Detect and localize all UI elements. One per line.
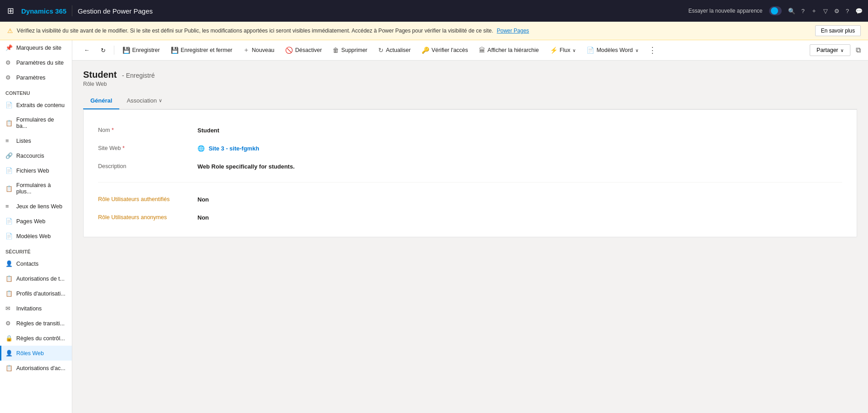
sidebar-item-extraits[interactable]: 📄 Extraits de contenu [0,98,72,113]
sidebar: 📌 Marqueurs de site ⚙ Paramètres du site… [0,40,72,413]
form-icon: 📋 [5,120,13,127]
sidebar-item-modeles[interactable]: 📄 Modèles Web [0,229,72,244]
sidebar-item-jeux-liens[interactable]: ≡ Jeux de liens Web [0,199,72,214]
save-button[interactable]: 💾 Enregistrer [118,44,164,56]
try-new-label: Essayer la nouvelle apparence [688,8,762,14]
refresh-icon: ↻ [101,47,106,54]
appearance-toggle[interactable] [769,6,782,15]
modeles-word-button[interactable]: 📄 Modèles Word ∨ [582,44,643,56]
field-nom: Nom Student [98,121,842,139]
sidebar-item-label: Autorisations de t... [16,276,65,282]
sidebar-item-formulaires-plus[interactable]: 📋 Formulaires à plus... [0,178,72,199]
flux-button[interactable]: ⚡ Flux ∨ [545,44,581,56]
sidebar-item-label: Marqueurs de site [16,45,61,51]
sidebar-item-label: Règles de transiti... [16,320,65,327]
record-title-line: Student - Enregistré [83,70,857,80]
learn-more-button[interactable]: En savoir plus [815,25,861,36]
sidebar-item-formulaires-ba[interactable]: 📋 Formulaires de ba... [0,113,72,133]
app-title: Gestion de Power Pages [78,7,153,15]
form-divider [98,182,842,183]
sidebar-item-roles-web[interactable]: 👤 Rôles Web [0,346,72,361]
verifier-acces-button[interactable]: 🔑 Vérifier l'accès [417,44,473,56]
actualiser-label: Actualiser [386,47,411,53]
lock-icon: 🔒 [5,335,13,342]
sidebar-item-label: Fichiers Web [16,168,49,174]
share-button[interactable]: Partager ∨ [810,44,850,56]
tab-association[interactable]: Association ∨ [119,93,169,109]
role-icon: 👤 [5,350,13,357]
save-icon: 💾 [122,47,130,54]
sidebar-item-autorisations-ac[interactable]: 📋 Autorisations d'ac... [0,361,72,375]
hierarchy-button[interactable]: 🏛 Afficher la hiérarchie [474,44,544,56]
save-close-button[interactable]: 💾 Enregistrer et fermer [166,44,237,56]
help-icon[interactable]: ? [802,8,805,14]
sidebar-item-label: Rôles Web [16,350,44,357]
sidebar-item-profils[interactable]: 📋 Profils d'autorisati... [0,286,72,301]
modeles-word-label: Modèles Word [596,47,633,53]
tab-general[interactable]: Général [83,93,119,109]
link-icon: 🔗 [5,152,13,159]
sidebar-item-fichiers[interactable]: 📄 Fichiers Web [0,163,72,178]
delete-button[interactable]: 🗑 Supprimer [328,44,372,56]
sidebar-item-regles-transiti[interactable]: ⚙ Règles de transiti... [0,316,72,331]
record-name: Student [83,70,117,80]
field-description: Description Web Role specifically for st… [98,157,842,175]
sidebar-item-pages[interactable]: 📄 Pages Web [0,214,72,229]
file-icon: 📄 [5,167,13,174]
sidebar-item-marqueurs[interactable]: 📌 Marqueurs de site [0,40,72,55]
sidebar-item-autorisations-t[interactable]: 📋 Autorisations de t... [0,271,72,286]
sidebar-item-invitations[interactable]: ✉ Invitations [0,301,72,316]
verifier-acces-label: Vérifier l'accès [432,47,468,53]
template-icon: 📄 [5,233,13,239]
deactivate-button[interactable]: 🚫 Désactiver [281,44,326,56]
flux-label: Flux [560,47,571,53]
record-area: Student - Enregistré Rôle Web Général As… [72,61,868,246]
sidebar-item-label: Listes [16,138,31,144]
question-icon[interactable]: ? [846,8,849,14]
sidebar-item-label: Formulaires à plus... [16,182,66,195]
toggle-circle [771,7,778,14]
top-navigation: ⊞ Dynamics 365 Gestion de Power Pages Es… [0,0,868,22]
search-icon[interactable]: 🔍 [788,8,795,14]
sidebar-item-label: Pages Web [16,218,45,225]
sidebar-item-regles-controle[interactable]: 🔒 Règles du contrôl... [0,331,72,346]
refresh-button[interactable]: ↻ [96,45,110,56]
form-card: Nom Student Site Web 🌐 Site 3 - site-fgm… [83,109,857,237]
alert-bar: ⚠ Vérifiez la visibilité du site avant d… [0,22,868,40]
actualiser-button[interactable]: ↻ Actualiser [374,44,415,56]
cmd-separator [114,46,114,55]
share-chevron-icon: ∨ [840,48,844,53]
key-icon: 🔑 [422,47,429,54]
filter-icon[interactable]: ▽ [823,8,828,14]
alert-link[interactable]: Power Pages [497,28,529,34]
sidebar-item-label: Règles du contrôl... [16,335,65,342]
sidebar-item-parametres-site[interactable]: ⚙ Paramètres du site [0,55,72,70]
auth-icon: 📋 [5,275,13,282]
field-role-anonymes: Rôle Utilisateurs anonymes Non [98,208,842,226]
chat-icon[interactable]: 💬 [855,8,863,14]
delete-icon: 🗑 [333,47,339,54]
add-icon[interactable]: ＋ [811,7,817,15]
sidebar-item-raccourcis[interactable]: 🔗 Raccourcis [0,148,72,163]
back-button[interactable]: ← [80,45,94,56]
sidebar-item-label: Formulaires de ba... [16,117,66,129]
tab-general-label: Général [90,97,112,104]
sidebar-item-listes[interactable]: ≡ Listes [0,133,72,148]
apps-grid-icon[interactable]: ⊞ [5,4,16,18]
sidebar-item-contacts[interactable]: 👤 Contacts [0,256,72,271]
form-icon: 📋 [5,185,13,192]
deactivate-label: Désactiver [295,47,322,53]
settings-icon[interactable]: ⚙ [834,8,840,14]
tab-assoc-inner: Association ∨ [127,97,162,104]
app-layout: 📌 Marqueurs de site ⚙ Paramètres du site… [0,40,868,413]
more-options-icon[interactable]: ⋮ [645,43,660,57]
sidebar-item-parametres[interactable]: ⚙ Paramètres [0,70,72,85]
hierarchy-label: Afficher la hiérarchie [488,47,539,53]
popout-icon[interactable]: ⧉ [856,46,861,54]
site-web-link[interactable]: Site 3 - site-fgmkh [209,145,259,152]
new-button[interactable]: ＋ Nouveau [239,44,279,56]
auth2-icon: 📋 [5,365,13,371]
field-role-anonymes-value: Non [197,212,209,221]
field-description-label: Description [98,161,197,169]
field-role-authentifies-label: Rôle Utilisateurs authentifiés [98,194,197,202]
